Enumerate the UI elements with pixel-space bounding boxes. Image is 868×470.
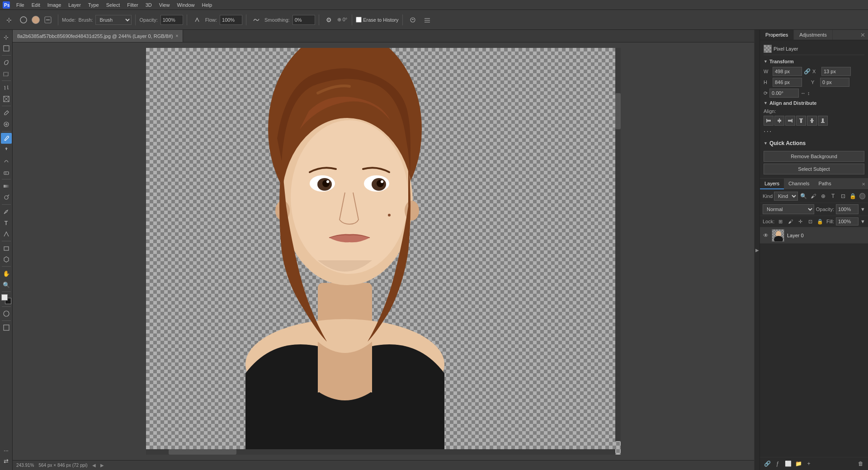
tool-lasso[interactable] [1, 57, 12, 68]
tab-channels[interactable]: Channels [784, 179, 814, 189]
align-bottom-btn[interactable] [818, 116, 828, 126]
menu-window[interactable]: Window [173, 1, 198, 9]
more-options-dots[interactable]: ··· [764, 127, 864, 136]
layer-paint-btn[interactable]: 🖌 [809, 192, 818, 201]
panel-close-btn[interactable]: ✕ [858, 30, 868, 40]
tab-properties[interactable]: Properties [760, 30, 794, 40]
smoothing-input[interactable]: 0% [292, 15, 315, 25]
opacity-arrow[interactable]: ▼ [860, 207, 865, 212]
opacity-input[interactable] [836, 204, 859, 214]
align-right-btn[interactable] [785, 116, 795, 126]
align-left-btn[interactable] [764, 116, 774, 126]
foreground-color[interactable] [1, 294, 8, 301]
select-subject-btn[interactable]: Select Subject [764, 164, 864, 174]
tool-artboard[interactable] [1, 43, 12, 54]
tool-3d[interactable] [1, 254, 12, 265]
menu-select[interactable]: Select [103, 1, 124, 9]
brush-color-swatch[interactable] [32, 16, 40, 24]
tool-quick-mask[interactable] [1, 308, 12, 319]
tool-path-select[interactable] [1, 229, 12, 240]
tool-brush[interactable] [1, 133, 12, 144]
tool-zoom[interactable]: 🔍 [1, 279, 12, 290]
lock-artboard-btn[interactable]: ⊡ [806, 217, 814, 226]
layer-text-btn[interactable]: T [829, 192, 837, 201]
menu-type[interactable]: Type [85, 1, 103, 9]
quick-actions-header[interactable]: ▼ Quick Actions [764, 136, 864, 150]
flip-h-btn[interactable]: ↔ [801, 90, 806, 96]
lock-position-btn[interactable]: ✛ [796, 217, 804, 226]
remove-background-btn[interactable]: Remove Background [764, 151, 864, 162]
align-top-btn[interactable] [796, 116, 806, 126]
lock-all-btn[interactable]: 🔒 [816, 217, 824, 226]
canvas-container[interactable] [13, 42, 754, 460]
tab-layers[interactable]: Layers [760, 179, 784, 189]
file-tab-close[interactable]: × [176, 33, 179, 38]
blend-mode-dropdown[interactable]: Normal Multiply Screen Overlay [763, 204, 814, 214]
erase-history-checkbox[interactable] [356, 17, 362, 23]
menu-edit[interactable]: Edit [28, 1, 44, 9]
brush-dropdown[interactable]: Brush [95, 15, 132, 25]
flow-input[interactable]: 100% [220, 15, 242, 25]
tool-dodge[interactable] [1, 192, 12, 203]
status-nav-right[interactable]: ▶ [100, 463, 104, 468]
layer-lock-btn[interactable]: 🔒 [849, 192, 857, 201]
menu-help[interactable]: Help [198, 1, 216, 9]
tool-pen[interactable] [1, 206, 12, 217]
tool-frame[interactable] [1, 94, 12, 104]
menu-filter[interactable]: Filter [123, 1, 142, 9]
menu-layer[interactable]: Layer [65, 1, 85, 9]
lock-paint-btn[interactable]: 🖌 [786, 217, 794, 226]
tool-crop[interactable] [1, 82, 12, 93]
tool-extras[interactable]: ··· [1, 445, 12, 456]
tool-screen-mode[interactable] [1, 322, 12, 333]
tab-paths[interactable]: Paths [814, 179, 836, 189]
align-center-h-btn[interactable] [774, 116, 784, 126]
flip-v-btn[interactable]: ↕ [807, 90, 810, 96]
link-icon[interactable]: 🔗 [804, 68, 811, 75]
tool-select[interactable] [1, 68, 12, 79]
add-style-btn[interactable]: ƒ [773, 459, 782, 468]
tool-gradient[interactable] [1, 181, 12, 192]
new-layer-btn[interactable]: + [804, 459, 813, 468]
tool-heal[interactable] [1, 119, 12, 130]
h-input[interactable] [773, 78, 802, 87]
brush-preset-btn[interactable] [17, 14, 30, 26]
canvas-scrollbar-vertical[interactable] [615, 48, 621, 441]
menu-3d[interactable]: 3D [142, 1, 156, 9]
layer-adjustments-btn[interactable]: ⊕ [819, 192, 828, 201]
canvas-scrollbar-horizontal[interactable] [146, 449, 615, 455]
x-input[interactable] [821, 67, 851, 76]
tool-eyedropper[interactable] [1, 108, 12, 118]
new-group-btn[interactable]: 📁 [794, 459, 803, 468]
link-layers-btn[interactable]: 🔗 [763, 459, 772, 468]
file-tab[interactable]: 8a2b6385af57bbc85690fed48431d255.jpg @ 2… [13, 30, 183, 42]
settings-btn[interactable]: ⚙ [323, 14, 335, 26]
align-section-header[interactable]: ▼ Align and Distribute [764, 99, 864, 108]
transform-section-header[interactable]: ▼ Transform [764, 57, 864, 66]
extra-tools-btn[interactable] [421, 14, 434, 26]
menu-view[interactable]: View [156, 1, 174, 9]
menu-file[interactable]: File [13, 1, 28, 9]
delete-layer-btn[interactable]: 🗑 [856, 459, 865, 468]
menu-image[interactable]: Image [44, 1, 65, 9]
status-nav-left[interactable]: ◀ [92, 463, 96, 468]
tool-arrows[interactable]: ⇄ [1, 456, 12, 466]
opacity-input[interactable]: 100% [160, 15, 183, 25]
fill-input[interactable] [836, 217, 859, 226]
airbrush-btn[interactable] [191, 14, 203, 26]
tool-move[interactable]: ⊹ [1, 32, 12, 42]
brush-softness-btn[interactable] [42, 14, 54, 26]
lock-pixels-btn[interactable]: ⊞ [776, 217, 784, 226]
layer-smart-btn[interactable]: ⊡ [839, 192, 847, 201]
move-tool-btn[interactable]: ⊹ [3, 14, 15, 26]
tab-adjustments[interactable]: Adjustments [794, 30, 833, 40]
tool-clone[interactable] [1, 144, 12, 155]
right-panel-collapse-btn[interactable]: ▶ [754, 30, 760, 470]
add-mask-btn[interactable]: ⬜ [783, 459, 793, 468]
tool-shape[interactable] [1, 243, 12, 254]
layer-visibility-btn[interactable]: 👁 [763, 232, 769, 239]
tool-history-brush[interactable] [1, 155, 12, 166]
smoothing-toggle-btn[interactable] [250, 14, 263, 26]
align-middle-v-btn[interactable] [807, 116, 817, 126]
kind-dropdown[interactable]: Kind [774, 192, 798, 201]
